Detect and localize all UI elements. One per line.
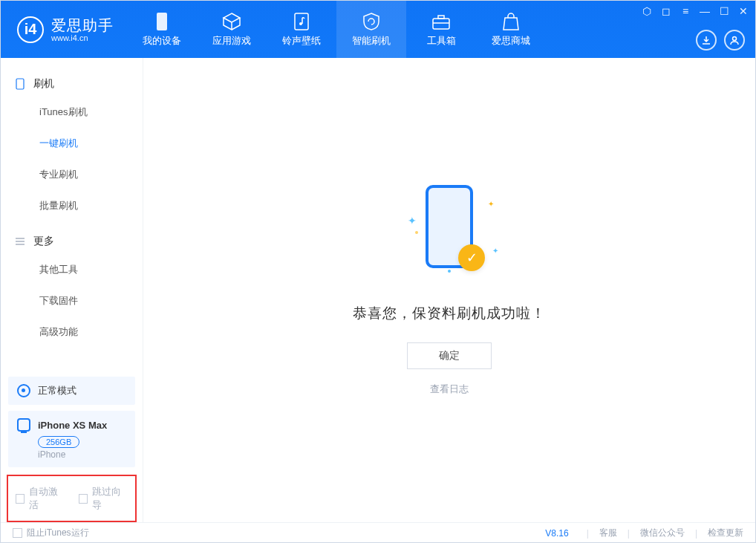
device-name: iPhone XS Max bbox=[38, 420, 107, 431]
svg-rect-1 bbox=[295, 13, 308, 30]
sidebar-section-flash: 刷机 bbox=[1, 71, 143, 97]
music-file-icon bbox=[292, 12, 311, 31]
phone-icon bbox=[152, 12, 172, 31]
app-logo: i4 爱思助手 www.i4.cn bbox=[1, 1, 127, 58]
shirt-icon[interactable]: ⬡ bbox=[641, 5, 653, 17]
app-header: i4 爱思助手 www.i4.cn 我的设备 应用游戏 铃声壁纸 智能刷机 工具… bbox=[1, 1, 755, 58]
svg-rect-4 bbox=[438, 16, 444, 19]
sidebar-item-oneclick-flash[interactable]: 一键刷机 bbox=[1, 128, 143, 159]
tab-my-device[interactable]: 我的设备 bbox=[127, 1, 197, 58]
app-subtitle: www.i4.cn bbox=[51, 33, 114, 42]
mode-card[interactable]: 正常模式 bbox=[8, 377, 135, 405]
footer-link-support[interactable]: 客服 bbox=[599, 527, 617, 539]
tab-label: 铃声壁纸 bbox=[282, 34, 321, 48]
footer: 阻止iTunes运行 V8.16 | 客服 | 微信公众号 | 检查更新 bbox=[1, 522, 755, 543]
ok-button[interactable]: 确定 bbox=[407, 342, 492, 369]
tab-label: 爱思商城 bbox=[492, 34, 530, 48]
sidebar-item-batch-flash[interactable]: 批量刷机 bbox=[1, 190, 143, 221]
tab-store[interactable]: 爱思商城 bbox=[476, 1, 546, 58]
checkbox-label: 阻止iTunes运行 bbox=[27, 527, 89, 539]
logo-icon: i4 bbox=[17, 16, 44, 43]
checkbox-label: 自动激活 bbox=[29, 485, 65, 512]
storage-badge: 256GB bbox=[38, 436, 79, 448]
close-icon[interactable]: ✕ bbox=[737, 5, 749, 17]
sidebar-item-pro-flash[interactable]: 专业刷机 bbox=[1, 159, 143, 190]
checkbox-block-itunes[interactable]: 阻止iTunes运行 bbox=[13, 527, 89, 539]
checkbox-icon bbox=[79, 494, 88, 504]
check-icon: ✓ bbox=[458, 244, 485, 271]
shopping-bag-icon bbox=[501, 12, 521, 31]
svg-point-6 bbox=[733, 37, 737, 41]
device-type: iPhone bbox=[38, 449, 126, 460]
svg-rect-7 bbox=[16, 79, 24, 89]
tab-label: 工具箱 bbox=[427, 34, 456, 48]
device-icon bbox=[17, 418, 30, 432]
feedback-icon[interactable]: ◻ bbox=[660, 5, 672, 17]
cube-icon bbox=[222, 12, 241, 31]
section-title: 刷机 bbox=[33, 77, 54, 91]
sidebar-item-itunes-flash[interactable]: iTunes刷机 bbox=[1, 97, 143, 128]
app-title: 爱思助手 bbox=[51, 17, 114, 33]
main-content: ✦ ✦ ✦ ✓ 恭喜您，保资料刷机成功啦！ 确定 查看日志 bbox=[143, 58, 755, 522]
checkbox-icon bbox=[13, 528, 22, 538]
svg-rect-3 bbox=[433, 19, 449, 29]
svg-point-2 bbox=[299, 22, 302, 25]
mode-label: 正常模式 bbox=[38, 384, 76, 397]
nav-tabs: 我的设备 应用游戏 铃声壁纸 智能刷机 工具箱 爱思商城 bbox=[127, 1, 546, 58]
sidebar-item-advanced[interactable]: 高级功能 bbox=[1, 316, 143, 348]
sidebar-item-download-firmware[interactable]: 下载固件 bbox=[1, 285, 143, 316]
tab-label: 智能刷机 bbox=[352, 34, 391, 48]
tab-apps-games[interactable]: 应用游戏 bbox=[197, 1, 267, 58]
tab-ringtones[interactable]: 铃声壁纸 bbox=[267, 1, 336, 58]
user-icon[interactable] bbox=[724, 30, 745, 51]
list-icon bbox=[14, 235, 26, 247]
device-card[interactable]: iPhone XS Max 256GB iPhone bbox=[8, 411, 135, 467]
sidebar-item-other-tools[interactable]: 其他工具 bbox=[1, 254, 143, 285]
tab-label: 应用游戏 bbox=[212, 34, 251, 48]
footer-links: V8.16 | 客服 | 微信公众号 | 检查更新 bbox=[545, 527, 743, 539]
maximize-icon[interactable]: ☐ bbox=[718, 5, 730, 17]
checkbox-label: 跳过向导 bbox=[92, 485, 128, 512]
sidebar: 刷机 iTunes刷机 一键刷机 专业刷机 批量刷机 更多 其他工具 下载固件 … bbox=[1, 58, 143, 522]
tab-smart-flash[interactable]: 智能刷机 bbox=[336, 1, 406, 58]
minimize-icon[interactable]: — bbox=[699, 5, 711, 17]
header-user-actions bbox=[696, 30, 745, 51]
footer-link-update[interactable]: 检查更新 bbox=[708, 527, 743, 539]
download-icon[interactable] bbox=[696, 30, 717, 51]
success-message: 恭喜您，保资料刷机成功啦！ bbox=[353, 304, 546, 323]
checkbox-skip-guide[interactable]: 跳过向导 bbox=[79, 485, 128, 512]
mode-icon bbox=[17, 384, 30, 397]
shield-refresh-icon bbox=[362, 12, 381, 31]
device-panel: 正常模式 iPhone XS Max 256GB iPhone bbox=[8, 377, 135, 467]
version-label: V8.16 bbox=[545, 528, 568, 539]
options-row: 自动激活 跳过向导 bbox=[7, 475, 137, 522]
sidebar-section-more: 更多 bbox=[1, 229, 143, 254]
checkbox-auto-activate[interactable]: 自动激活 bbox=[16, 485, 65, 512]
window-controls: ⬡ ◻ ≡ — ☐ ✕ bbox=[641, 5, 749, 17]
success-illustration: ✦ ✦ ✦ ✓ bbox=[405, 185, 494, 282]
footer-link-wechat[interactable]: 微信公众号 bbox=[640, 527, 685, 539]
toolbox-icon bbox=[431, 12, 451, 31]
checkbox-icon bbox=[16, 494, 25, 504]
section-title: 更多 bbox=[33, 235, 54, 248]
phone-outline-icon bbox=[14, 78, 26, 90]
tab-toolbox[interactable]: 工具箱 bbox=[406, 1, 476, 58]
tab-label: 我的设备 bbox=[143, 34, 181, 48]
menu-icon[interactable]: ≡ bbox=[680, 5, 691, 17]
svg-rect-0 bbox=[157, 13, 167, 30]
view-log-link[interactable]: 查看日志 bbox=[430, 383, 469, 396]
